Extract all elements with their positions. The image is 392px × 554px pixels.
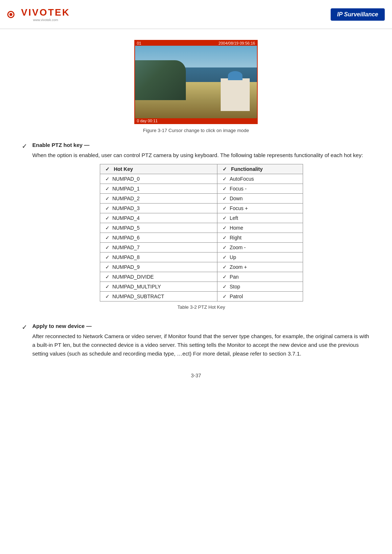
camera-top-bar: 01 2004/08/19 09:56:16 — [135, 41, 257, 46]
row-check-right: ✓ — [222, 176, 227, 182]
key-label: NUMPAD_9 — [113, 264, 140, 270]
table-cell-func: ✓Stop — [217, 282, 303, 292]
func-label: Zoom + — [230, 264, 247, 270]
row-check-left: ✓ — [105, 235, 110, 241]
row-check-left: ✓ — [105, 274, 110, 280]
logo-url: www.vivotek.com — [21, 18, 70, 22]
key-label: NUMPAD_MULTIPLY — [113, 284, 161, 290]
table-cell-key: ✓NUMPAD_1 — [100, 184, 217, 194]
logo-area: VIVOTEK www.vivotek.com — [7, 7, 70, 22]
table-header-row: ✓ Hot Key ✓ Functionality — [100, 164, 303, 174]
table-cell-key: ✓NUMPAD_9 — [100, 262, 217, 272]
camera-datetime: 2004/08/19 09:56:16 — [219, 41, 255, 45]
row-check-left: ✓ — [105, 294, 110, 299]
ptz-section-body: When the option is enabled, user can con… — [32, 151, 370, 160]
row-check-left: ✓ — [105, 264, 110, 270]
camera-dome — [228, 71, 242, 80]
key-label: NUMPAD_5 — [113, 225, 140, 231]
row-check-left: ✓ — [105, 205, 110, 211]
func-label: Focus - — [230, 186, 247, 192]
func-label: Up — [230, 254, 236, 260]
ptz-bullet-check: ✓ — [22, 142, 27, 150]
table-row: ✓NUMPAD_7✓Zoom - — [100, 243, 303, 253]
table-row: ✓NUMPAD_MULTIPLY✓Stop — [100, 282, 303, 292]
table-cell-key: ✓NUMPAD_DIVIDE — [100, 272, 217, 282]
terrain-detail — [135, 60, 186, 100]
apply-section-title: Apply to new device — — [32, 323, 370, 329]
row-check-right: ✓ — [222, 225, 227, 231]
row-check-right: ✓ — [222, 254, 227, 260]
table-row: ✓NUMPAD_5✓Home — [100, 223, 303, 233]
table-cell-key: ✓NUMPAD_MULTIPLY — [100, 282, 217, 292]
table-cell-func: ✓Up — [217, 253, 303, 262]
row-check-right: ✓ — [222, 284, 227, 290]
table-cell-func: ✓Zoom + — [217, 262, 303, 272]
hotkey-table-wrapper: ✓ Hot Key ✓ Functionality ✓NUMPAD_0✓Auto… — [32, 164, 370, 301]
table-cell-key: ✓NUMPAD_2 — [100, 194, 217, 204]
func-label: Patrol — [230, 294, 243, 299]
key-label: NUMPAD_6 — [113, 235, 140, 241]
table-row: ✓NUMPAD_0✓AutoFocus — [100, 174, 303, 184]
table-cell-func: ✓Right — [217, 233, 303, 243]
table-row: ✓NUMPAD_3✓Focus + — [100, 204, 303, 213]
table-cell-func: ✓Pan — [217, 272, 303, 282]
key-label: NUMPAD_DIVIDE — [113, 274, 154, 280]
key-label: NUMPAD_4 — [113, 215, 140, 221]
key-label: NUMPAD_2 — [113, 196, 140, 201]
vivotek-logo: VIVOTEK www.vivotek.com — [7, 7, 70, 22]
row-check-right: ✓ — [222, 186, 227, 192]
table-header-functionality: ✓ Functionality — [217, 164, 303, 174]
table-row: ✓NUMPAD_9✓Zoom + — [100, 262, 303, 272]
row-check-right: ✓ — [222, 294, 227, 299]
apply-section-body: After reconnected to Network Camera or v… — [32, 332, 370, 358]
table-row: ✓NUMPAD_2✓Down — [100, 194, 303, 204]
row-check-right: ✓ — [222, 264, 227, 270]
table-row: ✓NUMPAD_4✓Left — [100, 213, 303, 223]
row-check-left: ✓ — [105, 176, 110, 182]
table-row: ✓NUMPAD_DIVIDE✓Pan — [100, 272, 303, 282]
table-cell-func: ✓Focus + — [217, 204, 303, 213]
row-check-right: ✓ — [222, 245, 227, 250]
key-label: NUMPAD_7 — [113, 245, 140, 250]
table-row: ✓NUMPAD_1✓Focus - — [100, 184, 303, 194]
ip-surveillance-badge: IP Surveillance — [331, 8, 385, 21]
apply-device-section: ✓ Apply to new device — After reconnecte… — [22, 323, 370, 358]
func-label: Zoom - — [230, 245, 246, 250]
table-cell-key: ✓NUMPAD_0 — [100, 174, 217, 184]
row-check-left: ✓ — [105, 196, 110, 201]
row-check-left: ✓ — [105, 245, 110, 250]
func-label: Right — [230, 235, 242, 241]
camera-screenshot-container: 01 2004/08/19 09:56:16 ⊕ 0 day 00:11 — [22, 40, 370, 124]
camera-image-area: ⊕ — [135, 46, 257, 118]
table-cell-func: ✓Home — [217, 223, 303, 233]
table-cell-func: ✓Down — [217, 194, 303, 204]
key-label: NUMPAD_3 — [113, 205, 140, 211]
ptz-bullet-content: Enable PTZ hot key — When the option is … — [32, 142, 370, 317]
table-cell-key: ✓NUMPAD_3 — [100, 204, 217, 213]
table-cell-func: ✓Zoom - — [217, 243, 303, 253]
func-label: Focus + — [230, 205, 248, 211]
table-row: ✓NUMPAD_8✓Up — [100, 253, 303, 262]
table-cell-func: ✓AutoFocus — [217, 174, 303, 184]
header-label-hotkey: Hot Key — [114, 166, 133, 172]
camera-bottom-bar: 0 day 00:11 — [135, 118, 257, 123]
table-cell-key: ✓NUMPAD_7 — [100, 243, 217, 253]
header-check-2: ✓ — [222, 166, 227, 172]
table-row: ✓NUMPAD_6✓Right — [100, 233, 303, 243]
header-label-func: Functionality — [231, 166, 263, 172]
row-check-left: ✓ — [105, 225, 110, 231]
table-cell-key: ✓NUMPAD_5 — [100, 223, 217, 233]
row-check-left: ✓ — [105, 284, 110, 290]
table-cell-key: ✓NUMPAD_6 — [100, 233, 217, 243]
row-check-right: ✓ — [222, 215, 227, 221]
table-cell-func: ✓Patrol — [217, 292, 303, 301]
table-header-hotkey: ✓ Hot Key — [100, 164, 217, 174]
table-cell-func: ✓Left — [217, 213, 303, 223]
key-label: NUMPAD_0 — [113, 176, 140, 182]
figure-caption: Figure 3-17 Cursor change to click on im… — [22, 128, 370, 133]
func-label: Pan — [230, 274, 239, 280]
table-cell-func: ✓Focus - — [217, 184, 303, 194]
func-label: Left — [230, 215, 238, 221]
func-label: AutoFocus — [230, 176, 254, 182]
camera-building — [221, 78, 250, 111]
